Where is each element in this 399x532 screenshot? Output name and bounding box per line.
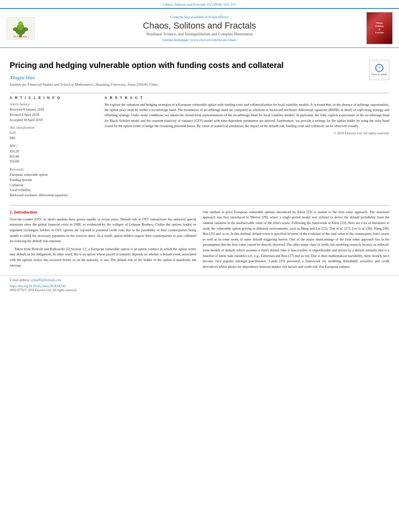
doi-link[interactable]: https://doi.org/10.1016/j.chaos.2018.04.…: [10, 284, 66, 288]
elsevier-logo-box: ELSEVIER: [6, 17, 35, 39]
journal-homepage: journal homepage: www.elsevier.com/locat…: [43, 38, 356, 42]
msc-codes: 91G20 91G40 91G60: [10, 149, 98, 164]
body-right-col: One method to price European vulnerable …: [203, 210, 389, 272]
body-right-text: One method to price European vulnerable …: [203, 210, 389, 270]
homepage-prefix: journal homepage:: [163, 38, 191, 42]
jel-label: JEL classification:: [10, 125, 98, 129]
main-separator: [10, 205, 389, 205]
journal-cover-image: Chaos,Solitons&Fractals: [366, 12, 393, 44]
page: Chaos, Solitons and Fractals 112 (2018) …: [0, 0, 399, 532]
issn-line: 0960-0779/© 2018 Elsevier Ltd. All right…: [10, 288, 389, 293]
body-para-1: Over-the-counter (OTC in short) markets …: [10, 217, 196, 244]
top-journal-text: Chaos, Solitons and Fractals 112 (2018) …: [163, 2, 235, 6]
msc-group: MSC: 91G20 91G40 91G60: [10, 144, 98, 164]
msc-label: MSC:: [10, 144, 98, 148]
abstract-text: We explore the valuation and hedging str…: [105, 102, 389, 129]
body-para-right-1: One method to price European vulnerable …: [203, 210, 389, 270]
jel-group: JEL classification: G13 D81: [10, 125, 98, 141]
received-value: Received 8 January 2018 Revised 4 April …: [10, 107, 98, 122]
abstract-col: A B S T R A C T We explore the valuation…: [105, 96, 389, 201]
keyword-1: European vulnerable option: [10, 172, 98, 177]
sciencedirect-prefix: Contents lists available at: [171, 15, 208, 19]
check-updates-label: Check for updates: [371, 73, 387, 76]
title-separator: [10, 93, 389, 93]
keyword-3: Collateral: [10, 183, 98, 188]
footer: E-mail address: xyhan91@foxmail.com http…: [0, 275, 399, 295]
abstract-label: A B S T R A C T: [105, 96, 389, 100]
body-left-text: Over-the-counter (OTC in short) markets …: [10, 217, 196, 268]
keywords-group: Keywords: European vulnerable option Fun…: [10, 167, 98, 198]
article-content: Pricing and hedging vulnerable option wi…: [0, 48, 399, 272]
body-para-2: Taken from Bielecki and Rutkowski [5] Se…: [10, 246, 196, 268]
jel-codes: G13 D81: [10, 130, 98, 141]
top-journal-line: Chaos, Solitons and Fractals 112 (2018) …: [0, 0, 399, 8]
email-label: E-mail address:: [10, 278, 31, 282]
article-info-label: A R T I C L E I N F O: [10, 96, 98, 100]
msc-91g40: 91G40: [10, 154, 98, 159]
svg-point-4: [13, 27, 19, 31]
jel-g13: G13: [10, 130, 98, 136]
keyword-4: Local volatility: [10, 187, 98, 193]
history-group: Article history: Received 8 January 2018…: [10, 102, 98, 122]
received-date: Received 8 January 2018: [10, 107, 98, 112]
article-info-col: A R T I C L E I N F O Article history: R…: [10, 96, 98, 201]
check-circle-icon: [375, 64, 383, 72]
history-label: Article history:: [10, 102, 98, 106]
journal-title: Chaos, Solitons and Fractals: [43, 21, 356, 31]
copyright-line: © 2018 Elsevier Ltd. All rights reserved…: [105, 131, 389, 135]
article-affiliation: Institute for Financial Studies and Scho…: [10, 82, 365, 86]
journal-header-center: Contents lists available at ScienceDirec…: [43, 15, 356, 42]
revised-date: Revised 4 April 2018: [10, 112, 98, 117]
email-link[interactable]: xyhan91@foxmail.com: [31, 278, 61, 282]
jel-d81: D81: [10, 136, 98, 141]
journal-cover-area: Chaos,Solitons&Fractals: [360, 12, 393, 44]
sciencedirect-line: Contents lists available at ScienceDirec…: [43, 15, 356, 19]
body-two-col: 1. Introduction Over-the-counter (OTC in…: [10, 210, 389, 272]
sciencedirect-link-text[interactable]: ScienceDirect: [208, 15, 228, 19]
keyword-2: Funding spreads: [10, 177, 98, 183]
keywords-values: European vulnerable option Funding sprea…: [10, 172, 98, 198]
article-info-abstract: A R T I C L E I N F O Article history: R…: [10, 96, 389, 201]
journal-cover-title: Chaos,Solitons&Fractals: [375, 22, 384, 34]
journal-header: ELSEVIER Contents lists available at Sci…: [0, 8, 399, 48]
keywords-label: Keywords:: [10, 167, 98, 171]
msc-91g60: 91G60: [10, 159, 98, 164]
section1-heading: 1. Introduction: [10, 210, 196, 214]
article-author: Xingyu Han: [10, 74, 365, 81]
elsevier-logo-svg: ELSEVIER: [8, 18, 33, 38]
body-left-col: 1. Introduction Over-the-counter (OTC in…: [10, 210, 196, 272]
msc-91g20: 91G20: [10, 149, 98, 154]
svg-point-5: [23, 27, 28, 31]
footer-email-line: E-mail address: xyhan91@foxmail.com: [10, 278, 389, 283]
article-title-text-area: Pricing and hedging vulnerable option wi…: [10, 60, 365, 90]
journal-subtitle: Nonlinear Science, and Nonequilibrium an…: [43, 32, 356, 36]
homepage-link[interactable]: www.elsevier.com/locate/chaos: [191, 38, 236, 42]
article-title: Pricing and hedging vulnerable option wi…: [10, 60, 365, 70]
keyword-5: Backward stochastic differential equatio…: [10, 193, 98, 198]
elsevier-logo-area: ELSEVIER: [6, 17, 39, 39]
check-updates-badge: Check for updates: [369, 60, 389, 80]
svg-text:ELSEVIER: ELSEVIER: [14, 35, 28, 38]
article-title-section: Pricing and hedging vulnerable option wi…: [10, 60, 389, 90]
accepted-date: Accepted 30 April 2018: [10, 117, 98, 123]
svg-point-3: [18, 21, 23, 26]
